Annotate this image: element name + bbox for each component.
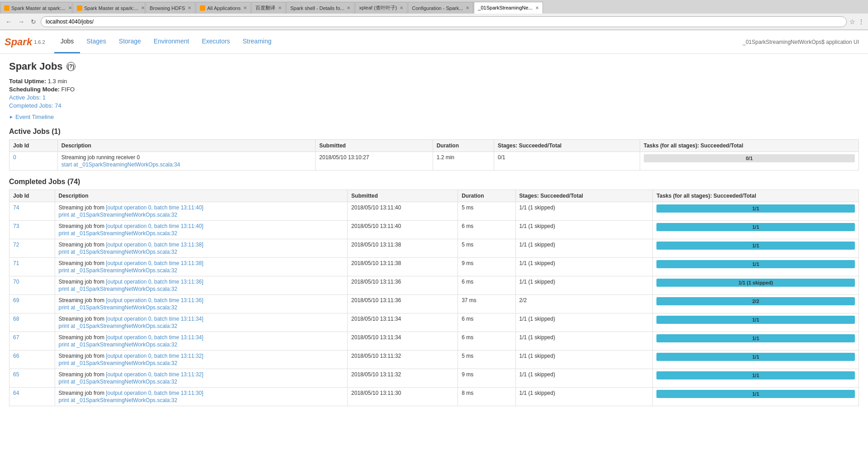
duration-cell: 8 ms bbox=[458, 388, 515, 406]
tab-2[interactable]: Spark Master at spark:... ✕ bbox=[73, 2, 145, 14]
tab-3[interactable]: Browsing HDFS ✕ bbox=[146, 2, 195, 14]
tab-label-9: _01SparkStreamingNe... bbox=[478, 5, 532, 10]
job-id-cell: 72 bbox=[9, 239, 55, 258]
tab-close-5[interactable]: ✕ bbox=[278, 5, 282, 10]
job-id-link[interactable]: 73 bbox=[13, 223, 19, 229]
job-desc-batch-link[interactable]: [output operation 0, batch time 13:11:36… bbox=[106, 297, 203, 303]
job-desc-link[interactable]: print at _01SparkStreamingNetWorkOps.sca… bbox=[59, 230, 178, 237]
nav-streaming[interactable]: Streaming bbox=[236, 30, 278, 53]
tasks-progress-bar: 2/2 bbox=[656, 297, 855, 305]
description-cell: Streaming job from [output operation 0, … bbox=[55, 369, 348, 388]
tab-6[interactable]: Spark shell - Details fo... ✕ bbox=[286, 2, 354, 14]
nav-jobs[interactable]: Jobs bbox=[54, 30, 80, 53]
job-id-link[interactable]: 68 bbox=[13, 316, 19, 322]
back-button[interactable]: ← bbox=[4, 17, 14, 26]
job-desc-batch-link[interactable]: [output operation 0, batch time 13:11:32… bbox=[106, 371, 203, 378]
nav-storage[interactable]: Storage bbox=[113, 30, 147, 53]
tab-8[interactable]: Configuration - Spark... ✕ bbox=[408, 2, 473, 14]
bookmark-icon[interactable]: ☆ bbox=[849, 18, 855, 25]
tab-close-6[interactable]: ✕ bbox=[347, 5, 350, 10]
url-input[interactable] bbox=[41, 16, 847, 27]
job-id-cell: 65 bbox=[9, 369, 55, 388]
stages-cell: 1/1 (1 skipped) bbox=[515, 239, 653, 258]
job-desc-link[interactable]: print at _01SparkStreamingNetWorkOps.sca… bbox=[59, 360, 178, 366]
tab-close-8[interactable]: ✕ bbox=[466, 5, 469, 10]
scheduling-label: Scheduling Mode: bbox=[9, 86, 60, 93]
job-desc-link[interactable]: print at _01SparkStreamingNetWorkOps.sca… bbox=[59, 341, 178, 348]
job-id-link[interactable]: 64 bbox=[13, 390, 19, 396]
job-desc-link[interactable]: print at _01SparkStreamingNetWorkOps.sca… bbox=[59, 249, 178, 255]
tab-close-3[interactable]: ✕ bbox=[188, 5, 191, 10]
forward-button[interactable]: → bbox=[16, 17, 26, 26]
job-id-link[interactable]: 72 bbox=[13, 242, 19, 248]
tab-close-2[interactable]: ✕ bbox=[141, 5, 145, 10]
job-desc-link[interactable]: print at _01SparkStreamingNetWorkOps.sca… bbox=[59, 397, 178, 403]
job-desc-batch-link[interactable]: [output operation 0, batch time 13:11:32… bbox=[106, 353, 203, 359]
help-badge[interactable]: (?) bbox=[66, 62, 75, 71]
tab-favicon-2 bbox=[77, 5, 82, 11]
job-desc-batch-link[interactable]: [output operation 0, batch time 13:11:38… bbox=[106, 260, 203, 266]
job-desc-batch-link[interactable]: [output operation 0, batch time 13:11:36… bbox=[106, 279, 203, 285]
nav-environment[interactable]: Environment bbox=[147, 30, 196, 53]
nav-stages[interactable]: Stages bbox=[80, 30, 113, 53]
job-desc-link[interactable]: start at _01SparkStreamingNetWorkOps.sca… bbox=[61, 161, 180, 168]
job-id-link[interactable]: 70 bbox=[13, 279, 19, 285]
job-id-link[interactable]: 71 bbox=[13, 260, 19, 266]
job-id-link[interactable]: 65 bbox=[13, 371, 19, 378]
job-desc-batch-link[interactable]: [output operation 0, batch time 13:11:34… bbox=[106, 334, 203, 341]
stages-cell: 1/1 (1 skipped) bbox=[515, 351, 653, 369]
tab-7[interactable]: xpleaf (查叶叶子) ✕ bbox=[355, 2, 407, 14]
tab-label-1: Spark Master at spark:... bbox=[11, 5, 66, 11]
event-timeline[interactable]: ► Event Timeline bbox=[9, 114, 859, 120]
stages-cell: 1/1 (1 skipped) bbox=[515, 221, 653, 239]
menu-icon[interactable]: ⋮ bbox=[858, 18, 864, 25]
job-desc-main: Streaming job from [output operation 0, … bbox=[59, 204, 344, 211]
job-desc-link[interactable]: print at _01SparkStreamingNetWorkOps.sca… bbox=[59, 267, 178, 274]
job-desc-batch-link[interactable]: [output operation 0, batch time 13:11:40… bbox=[106, 204, 203, 211]
active-jobs-title: Active Jobs (1) bbox=[9, 128, 859, 136]
table-row: 71 Streaming job from [output operation … bbox=[9, 258, 859, 276]
job-desc-link[interactable]: print at _01SparkStreamingNetWorkOps.sca… bbox=[59, 304, 178, 311]
job-id-cell: 74 bbox=[9, 202, 55, 221]
stages-cell: 1/1 (1 skipped) bbox=[515, 258, 653, 276]
job-desc-batch-link[interactable]: [output operation 0, batch time 13:11:34… bbox=[106, 316, 203, 322]
job-desc-batch-link[interactable]: [output operation 0, batch time 13:11:40… bbox=[106, 223, 203, 229]
tab-1[interactable]: Spark Master at spark:... ✕ bbox=[0, 2, 72, 14]
tab-5[interactable]: 百度翻译 ✕ bbox=[251, 2, 286, 14]
tab-close-7[interactable]: ✕ bbox=[400, 5, 403, 10]
tab-9[interactable]: _01SparkStreamingNe... ✕ bbox=[474, 2, 542, 14]
stages-cell: 2/2 bbox=[515, 295, 653, 313]
job-id-link[interactable]: 69 bbox=[13, 297, 19, 303]
tab-label-6: Spark shell - Details fo... bbox=[290, 5, 344, 11]
nav-executors[interactable]: Executors bbox=[195, 30, 236, 53]
job-id-cell: 70 bbox=[9, 276, 55, 295]
job-desc-link[interactable]: print at _01SparkStreamingNetWorkOps.sca… bbox=[59, 379, 178, 385]
description-cell: Streaming job from [output operation 0, … bbox=[55, 258, 348, 276]
table-row: 67 Streaming job from [output operation … bbox=[9, 332, 859, 351]
tab-close-4[interactable]: ✕ bbox=[243, 5, 247, 10]
job-id-link[interactable]: 0 bbox=[13, 154, 16, 161]
tab-close-1[interactable]: ✕ bbox=[68, 5, 72, 10]
completed-jobs-link[interactable]: Completed Jobs: 74 bbox=[9, 102, 61, 109]
job-desc-batch-link[interactable]: [output operation 0, batch time 13:11:30… bbox=[106, 390, 203, 396]
reload-button[interactable]: ↻ bbox=[29, 17, 38, 26]
tab-4[interactable]: All Applications ✕ bbox=[196, 2, 251, 14]
duration-cell: 6 ms bbox=[458, 221, 515, 239]
progress-bar-text: 1/1 bbox=[656, 223, 855, 231]
col-description-c: Description bbox=[55, 190, 348, 202]
active-jobs-link[interactable]: Active Jobs: 1 bbox=[9, 94, 46, 101]
job-desc-link[interactable]: print at _01SparkStreamingNetWorkOps.sca… bbox=[59, 212, 178, 218]
tasks-cell: 1/1 bbox=[653, 332, 859, 351]
job-id-link[interactable]: 67 bbox=[13, 334, 19, 341]
col-stages: Stages: Succeeded/Total bbox=[494, 140, 640, 152]
job-desc-link[interactable]: print at _01SparkStreamingNetWorkOps.sca… bbox=[59, 323, 178, 329]
job-desc-link[interactable]: print at _01SparkStreamingNetWorkOps.sca… bbox=[59, 286, 178, 292]
job-id-link[interactable]: 66 bbox=[13, 353, 19, 359]
job-desc-batch-link[interactable]: [output operation 0, batch time 13:11:38… bbox=[106, 242, 203, 248]
job-desc-main: Streaming job from [output operation 0, … bbox=[59, 297, 344, 303]
description-cell: Streaming job from [output operation 0, … bbox=[55, 239, 348, 258]
table-row: 72 Streaming job from [output operation … bbox=[9, 239, 859, 258]
tab-close-9[interactable]: ✕ bbox=[535, 5, 539, 10]
duration-cell: 1.2 min bbox=[433, 152, 494, 171]
job-id-link[interactable]: 74 bbox=[13, 204, 19, 211]
